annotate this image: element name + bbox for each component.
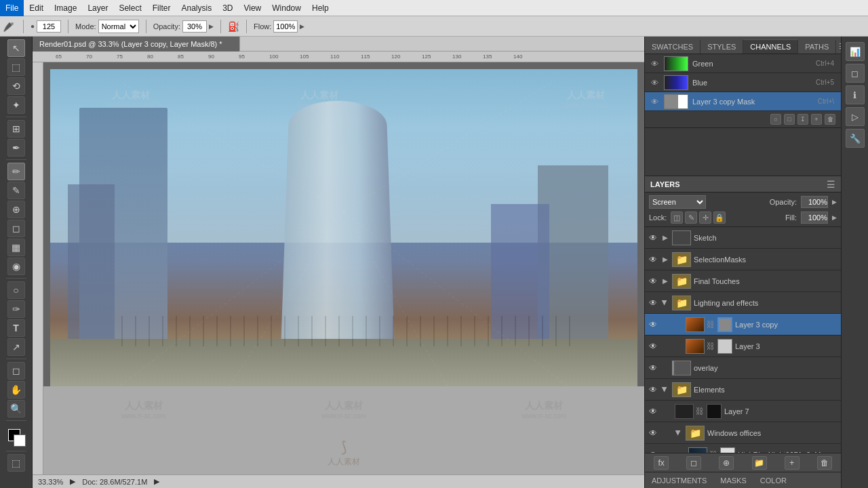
channel-mask-visibility[interactable]: 👁	[649, 96, 660, 107]
canvas-content[interactable]: 人人素材 www.rr-sc.com 人人素材 www.rr-sc.com 人人…	[43, 62, 644, 474]
flow-arrow[interactable]: ▶	[300, 23, 304, 30]
lock-all-icon[interactable]: 🔒	[713, 211, 726, 224]
mode-select[interactable]: NormalMultiplyScreen	[98, 20, 139, 33]
layer-item-sketch[interactable]: 👁 ▶ Sketch	[645, 227, 841, 249]
layer-selectionmasks-expand[interactable]: ▶	[661, 256, 669, 264]
opacity-ctrl-arrow[interactable]: ▶	[832, 199, 837, 205]
menu-select[interactable]: Select	[113, 0, 146, 16]
pen-tool[interactable]: ✑	[7, 300, 25, 318]
layer-sketch-expand[interactable]: ▶	[661, 234, 669, 242]
layer-item-layer7[interactable]: 👁 ⛓ Layer 7	[645, 401, 841, 422]
status-arrow[interactable]: ▶	[70, 477, 75, 486]
layer-elements-expand[interactable]: ▶	[661, 386, 669, 394]
layer-delete-button[interactable]: 🗑	[817, 456, 832, 470]
layer-layer3-visibility[interactable]: 👁	[648, 341, 658, 352]
layer-selectionmasks-visibility[interactable]: 👁	[648, 254, 658, 265]
layer-item-elements[interactable]: 👁 ▶ 📁 Elements	[645, 379, 841, 401]
layer-finaltouches-visibility[interactable]: 👁	[648, 276, 658, 287]
layer-item-highrise3[interactable]: 👁 ⛓ HighRiseNight0071_2_M copy 3	[645, 444, 841, 453]
blur-tool[interactable]: ◉	[7, 258, 25, 275]
layer-item-overlay[interactable]: 👁 overlay	[645, 357, 841, 379]
channel-icon-download[interactable]: ↧	[797, 114, 808, 125]
tab-close-button[interactable]: ✕	[226, 39, 233, 48]
tab-adjustments[interactable]: ADJUSTMENTS	[645, 474, 713, 487]
layer-fx-button[interactable]: fx	[654, 456, 669, 470]
layer-overlay-visibility[interactable]: 👁	[648, 363, 658, 373]
channel-blue[interactable]: 👁 Blue Ctrl+5	[645, 73, 841, 92]
channel-green-visibility[interactable]: 👁	[649, 58, 660, 69]
menu-edit[interactable]: Edit	[24, 0, 49, 16]
layer-lightingeffects-visibility[interactable]: 👁	[648, 298, 658, 308]
hand-tool[interactable]: ✋	[7, 381, 25, 399]
move-tool[interactable]: ↖	[7, 39, 25, 57]
document-tab[interactable]: Render01.psd @ 33.3% (Layer 3 copy, Laye…	[33, 37, 240, 52]
layer-elements-visibility[interactable]: 👁	[648, 384, 658, 395]
menu-help[interactable]: Help	[307, 0, 334, 16]
lock-paint-icon[interactable]: ✎	[685, 211, 697, 224]
tab-styles[interactable]: STYLES	[701, 40, 743, 54]
clone-stamp-tool[interactable]: ⊕	[7, 201, 25, 218]
quick-mask-mode[interactable]: ⬚	[7, 454, 25, 472]
brush-tool[interactable]: ✎	[7, 182, 25, 199]
layer-mask-button[interactable]: ◻	[686, 456, 701, 470]
channel-icon-add[interactable]: +	[811, 114, 822, 125]
menu-view[interactable]: View	[238, 0, 267, 16]
layer-new-button[interactable]: +	[785, 456, 800, 470]
layer-item-lightingeffects[interactable]: 👁 ▶ 📁 Lighting and effects	[645, 292, 841, 314]
strip-info-button[interactable]: ℹ	[846, 85, 865, 104]
opacity-arrow[interactable]: ▶	[209, 23, 214, 30]
tab-masks[interactable]: MASKS	[713, 474, 753, 487]
menu-layer[interactable]: Layer	[82, 0, 113, 16]
dodge-tool[interactable]: ○	[7, 281, 25, 299]
lock-transparent-icon[interactable]: ◫	[671, 211, 683, 224]
crop-tool[interactable]: ⊞	[7, 120, 25, 138]
strip-tool-button[interactable]: 🔧	[846, 129, 865, 148]
lasso-tool[interactable]: ⟲	[7, 77, 25, 95]
layer-lightingeffects-expand[interactable]: ▶	[661, 299, 669, 307]
menu-analysis[interactable]: Analysis	[176, 0, 217, 16]
menu-file[interactable]: File	[0, 0, 24, 16]
layer-group-button[interactable]: 📁	[752, 456, 767, 470]
flow-input[interactable]: 100%	[273, 20, 298, 33]
strip-navigator-button[interactable]: ◻	[846, 64, 865, 83]
tab-paths[interactable]: PATHS	[798, 40, 836, 54]
tab-channels[interactable]: CHANNELS	[743, 39, 798, 54]
magic-wand-tool[interactable]: ✦	[7, 96, 25, 114]
menu-image[interactable]: Image	[49, 0, 82, 16]
tab-color[interactable]: COLOR	[753, 474, 793, 487]
tab-swatches[interactable]: SWATCHES	[645, 40, 701, 54]
fill-input[interactable]: 100%	[801, 211, 828, 224]
layer-layer7-visibility[interactable]: 👁	[648, 406, 658, 417]
blend-mode-select[interactable]: ScreenNormalMultiplyOverlay	[649, 195, 706, 209]
layer-finaltouches-expand[interactable]: ▶	[661, 277, 669, 285]
layer-item-windowsoffices[interactable]: 👁 ▶ 📁 Windows offices	[645, 422, 841, 444]
brush-size-input[interactable]: 125	[37, 20, 61, 33]
strip-actions-button[interactable]: ▷	[846, 107, 865, 126]
fill-arrow[interactable]: ▶	[832, 214, 837, 221]
channel-blue-visibility[interactable]: 👁	[649, 77, 660, 88]
layer-item-layer3[interactable]: 👁 ⛓ Layer 3	[645, 336, 841, 357]
status-scroll-arrow[interactable]: ▶	[154, 477, 159, 486]
layer-sketch-visibility[interactable]: 👁	[648, 232, 658, 243]
eyedropper-tool[interactable]: ✒	[7, 139, 25, 157]
menu-3d[interactable]: 3D	[217, 0, 238, 16]
lock-position-icon[interactable]: ✛	[699, 211, 711, 224]
color-swatches[interactable]	[5, 426, 27, 448]
path-selection-tool[interactable]: ↗	[7, 338, 25, 356]
opacity-input[interactable]: 30%	[182, 20, 207, 33]
channel-layer3-mask[interactable]: 👁 Layer 3 copy Mask Ctrl+\	[645, 92, 841, 111]
eraser-tool[interactable]: ◻	[7, 220, 25, 237]
channel-green[interactable]: 👁 Green Ctrl+4	[645, 54, 841, 73]
layer-item-selectionmasks[interactable]: 👁 ▶ 📁 SelectionMasks	[645, 249, 841, 270]
text-tool[interactable]: T	[7, 319, 25, 337]
zoom-tool[interactable]: 🔍	[7, 400, 25, 418]
layer-windowsoffices-expand[interactable]: ▶	[675, 429, 683, 437]
layer-windowsoffices-visibility[interactable]: 👁	[648, 428, 658, 439]
layer-item-finaltouches[interactable]: 👁 ▶ 📁 Final Touches	[645, 270, 841, 292]
channel-icon-circle[interactable]: ○	[770, 114, 781, 125]
airbrush-icon[interactable]: ⛽	[228, 21, 239, 32]
menu-window[interactable]: Window	[267, 0, 307, 16]
marquee-tool[interactable]: ⬚	[7, 58, 25, 76]
layers-menu-icon[interactable]: ☰	[827, 179, 835, 190]
shape-tool[interactable]: ◻	[7, 362, 25, 380]
